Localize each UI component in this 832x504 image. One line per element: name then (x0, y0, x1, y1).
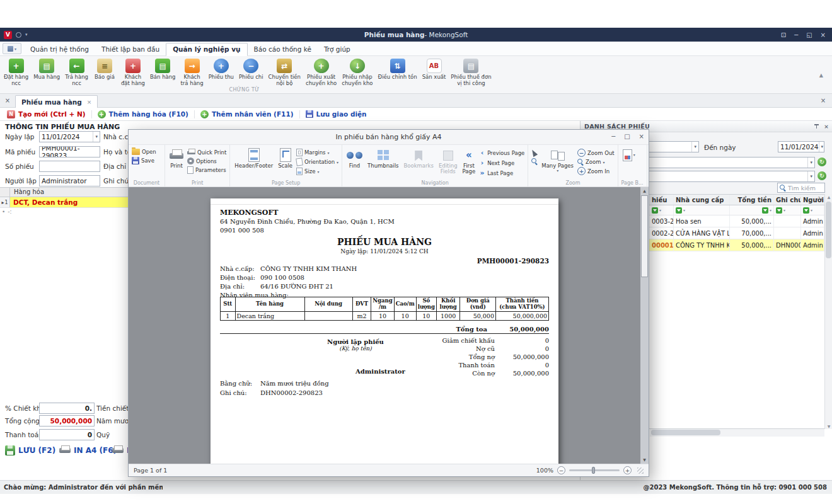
ma-phieu-input[interactable]: PMH00001-290823 (39, 146, 100, 158)
nguoi-lap-input[interactable]: Administrator (39, 175, 100, 186)
close-icon[interactable]: × (821, 32, 826, 38)
scale-button[interactable]: Scale (275, 147, 295, 169)
ribbon-item-phieu-xuat-chuyen-kho[interactable]: +Phiếu xuất chuyển kho (303, 57, 339, 88)
hand-magnifier-button[interactable] (531, 158, 538, 164)
refresh-icon[interactable]: ↻ (818, 158, 826, 166)
tab-bao-cao-thong-ke[interactable]: Báo cáo thống kê (248, 43, 318, 55)
column-tong-tien[interactable]: Tổng tiền (730, 195, 774, 205)
next-page-button[interactable]: ›Next Page (479, 159, 524, 167)
fullscreen-icon[interactable]: ⊡ (781, 32, 786, 38)
minimize-icon[interactable]: ─ (794, 32, 798, 38)
scrollbar-thumb[interactable] (651, 430, 720, 435)
zoom-in-button[interactable]: +Zoom In (577, 167, 615, 175)
preview-vertical-scrollbar[interactable]: ▲ ▼ (640, 187, 649, 464)
print-button[interactable]: Print (167, 147, 186, 169)
filter-cell[interactable]: ▾ (801, 205, 824, 215)
column-ghi-chu[interactable]: Ghi chú (774, 195, 801, 205)
tabbar-close-left-icon[interactable]: × (3, 96, 13, 106)
tab-thiet-lap-ban-dau[interactable]: Thiết lập ban đầu (95, 43, 166, 55)
den-ngay-combo[interactable]: 11/01/2024▾ (778, 141, 824, 152)
search-input[interactable] (788, 185, 823, 192)
find-button[interactable]: Find (344, 147, 365, 169)
filter-cell[interactable]: ▾ (774, 205, 801, 215)
thanh-toan-input[interactable]: 0 (39, 429, 95, 440)
pin-icon[interactable] (814, 123, 819, 129)
save-button[interactable]: Save (132, 157, 156, 164)
ribbon-item-phieu-thu[interactable]: +Phiếu thu (206, 57, 236, 88)
editing-fields-button[interactable]: Editing Fields (436, 147, 460, 176)
ribbon-item-tra-hang-ncc[interactable]: ←Trả hàng ncc (62, 57, 91, 88)
first-page-button[interactable]: «First Page (460, 147, 478, 176)
scroll-down-icon[interactable]: ▼ (640, 456, 649, 464)
tab-tro-giup[interactable]: Trợ giúp (318, 43, 357, 55)
filter-cell[interactable]: ▾ (730, 205, 774, 215)
options-button[interactable]: Options (187, 158, 226, 164)
tab-phieu-mua-hang-document[interactable]: Phiếu mua hàng × (15, 95, 98, 108)
ribbon-item-khach-tra-hang[interactable]: →Khách trả hàng (178, 57, 206, 88)
tabbar-close-right-icon[interactable]: × (818, 96, 828, 106)
previous-page-button[interactable]: ‹Previous Page (479, 149, 524, 157)
parameters-button[interactable]: Parameters (187, 166, 226, 174)
column-ma-phieu[interactable]: hiếu (650, 195, 674, 205)
thumbnails-button[interactable]: Thumbnails (365, 147, 401, 169)
horizontal-scrollbar[interactable] (650, 429, 824, 437)
column-nguoi[interactable]: Người (801, 195, 824, 205)
panel-close-icon[interactable]: × (824, 123, 829, 130)
save-layout-button[interactable]: Lưu giao diện (300, 110, 373, 118)
ribbon-item-ban-hang[interactable]: ▤Bán hàng (147, 57, 178, 88)
chiet-khau-input[interactable]: 0. (39, 403, 95, 414)
app-menu-button[interactable]: ▾ (3, 43, 21, 54)
add-employee-button[interactable]: +Thêm nhân viên (F11) (195, 110, 299, 118)
last-page-button[interactable]: »Last Page (479, 169, 524, 177)
pointer-button[interactable] (531, 149, 538, 156)
ribbon-item-san-xuat[interactable]: ABSản xuất (420, 57, 449, 88)
ribbon-item-phieu-chi[interactable]: −Phiếu chi (236, 57, 266, 88)
scrollbar-thumb[interactable] (641, 195, 648, 277)
size-button[interactable]: Size▾ (296, 168, 338, 175)
resize-grip[interactable] (637, 467, 644, 474)
dialog-close-icon[interactable]: × (639, 133, 644, 140)
new-row-marker[interactable]: •-: (2, 209, 12, 215)
orientation-button[interactable]: Orientation▾ (296, 158, 338, 166)
margins-button[interactable]: Margins▾ (296, 149, 338, 156)
ribbon-item-bao-gia[interactable]: ≡Báo giá (91, 57, 118, 88)
zoom-out-button[interactable]: − (557, 466, 565, 474)
ribbon-item-dieu-chinh-ton[interactable]: ⇅Điều chỉnh tồn (376, 57, 420, 88)
ribbon-collapse-icon[interactable]: ▲ (819, 72, 823, 78)
zoom-slider[interactable] (569, 469, 620, 471)
ribbon-item-chuyen-tien-noi-bo[interactable]: ⇄Chuyển tiền nội bộ (266, 57, 303, 88)
tab-quan-tri-he-thong[interactable]: Quản trị hệ thống (24, 43, 95, 55)
ribbon-item-khach-dat-hang[interactable]: +Khách đặt hàng (118, 57, 147, 88)
restore-icon[interactable]: ◱ (806, 32, 812, 38)
tab-quan-ly-nghiep-vu[interactable]: Quản lý nghiệp vụ (166, 43, 247, 56)
ribbon-item-phieu-thue-don-vi-thi-cong[interactable]: ▤Phiếu thuế đơn vị thi công (448, 57, 494, 88)
zoom-button[interactable]: Zoom▾ (577, 159, 615, 165)
many-pages-button[interactable]: Many Pages▾ (539, 147, 576, 174)
new-voucher-button[interactable]: NTạo mới (Ctrl + N) (1, 110, 91, 118)
so-phieu-input[interactable] (39, 161, 100, 172)
ngay-lap-combo[interactable]: 11/01/2024▾ (39, 131, 100, 142)
open-button[interactable]: Open (132, 149, 156, 155)
refresh-icon[interactable]: ↻ (818, 171, 826, 180)
tong-cong-input[interactable]: 50,000,000 (39, 415, 95, 427)
ribbon-item-dat-hang-ncc[interactable]: +Đặt hàng ncc (1, 57, 31, 88)
zoom-slider-thumb[interactable] (592, 467, 595, 474)
vertical-scrollbar[interactable]: ▲ ▼ (824, 194, 832, 429)
scroll-up-icon[interactable]: ▲ (640, 187, 649, 195)
scroll-down-icon[interactable]: ▼ (825, 424, 832, 428)
filter-cell[interactable]: ▾ (674, 205, 730, 215)
scroll-up-icon[interactable]: ▲ (825, 195, 832, 199)
add-item-button[interactable]: +Thêm hàng hóa (F10) (92, 110, 194, 118)
ribbon-item-phieu-nhap-chuyen-kho[interactable]: ↓Phiếu nhập chuyển kho (339, 57, 375, 88)
dialog-maximize-icon[interactable]: □ (624, 133, 630, 140)
close-tab-icon[interactable]: × (87, 99, 92, 105)
page-background-button[interactable]: ▾ (620, 147, 638, 164)
print-a4-button[interactable]: IN A4 (F6) (59, 445, 117, 455)
zoom-out-button[interactable]: −Zoom Out (577, 149, 615, 157)
ribbon-item-mua-hang[interactable]: ▤Mua hàng (31, 57, 62, 88)
quick-print-button[interactable]: Quick Print (187, 149, 226, 156)
header-footer-button[interactable]: Header/Footer (232, 147, 275, 169)
bookmarks-button[interactable]: Bookmarks (401, 147, 436, 169)
filter-cell[interactable]: ▾ (650, 205, 674, 215)
scrollbar-thumb[interactable] (826, 202, 831, 258)
